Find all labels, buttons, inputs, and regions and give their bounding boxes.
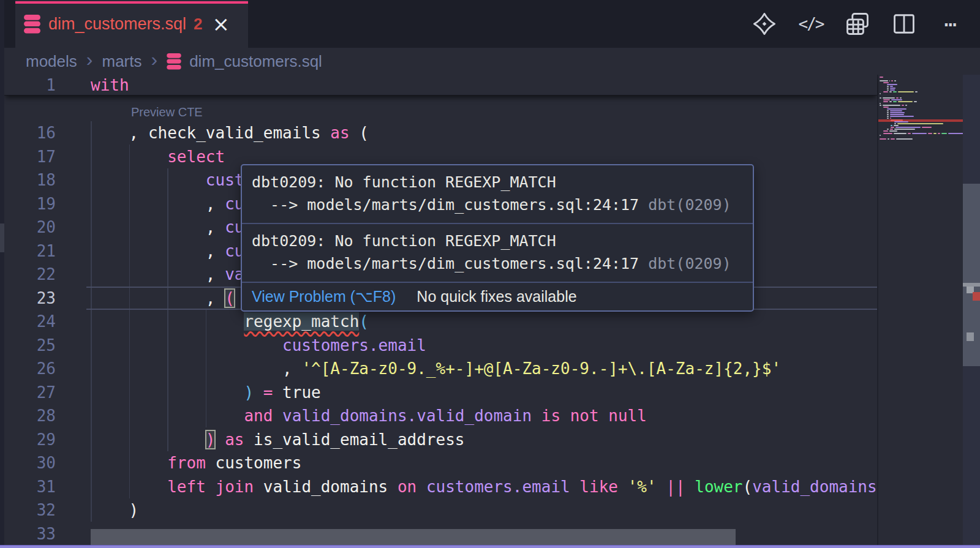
chevron-right-icon: › xyxy=(149,51,159,71)
code-line[interactable]: 16, check_valid_emails as ( xyxy=(4,121,877,145)
minimap-line xyxy=(883,97,895,99)
minimap-line xyxy=(889,80,891,81)
minimap-line xyxy=(894,125,899,126)
line-number[interactable]: 24 xyxy=(4,310,56,334)
minimap-line xyxy=(898,91,914,92)
problem-entry: dbt0209: No function REGEXP_MATCH --> mo… xyxy=(242,223,753,282)
minimap-line xyxy=(887,110,889,111)
codelens-preview-cte[interactable]: Preview CTE xyxy=(4,96,877,121)
problem-message: dbt0209: No function REGEXP_MATCH xyxy=(252,230,743,252)
minimap-line xyxy=(890,89,895,91)
background-scrollbar-thumb[interactable] xyxy=(0,223,4,252)
minimap-line xyxy=(888,138,889,140)
minimap-line xyxy=(887,108,907,110)
minimap-line xyxy=(922,127,932,128)
minimap-line xyxy=(897,123,943,124)
code-line[interactable]: 31left join valid_domains on customers.e… xyxy=(4,475,877,499)
minimap-line xyxy=(887,112,889,113)
minimap-line xyxy=(889,91,892,92)
code-lines: Preview CTE 16, check_valid_emails as (1… xyxy=(4,96,877,548)
split-editor-icon[interactable] xyxy=(892,12,916,36)
minimap-line xyxy=(912,133,927,134)
minimap-line xyxy=(902,105,905,106)
minimap-line xyxy=(938,133,941,134)
minimap-line xyxy=(880,77,883,78)
line-number[interactable]: 25 xyxy=(4,334,56,358)
query-results-icon[interactable] xyxy=(845,12,870,36)
breadcrumb-item-models[interactable]: models xyxy=(26,52,77,71)
vscode-editor-window: dim_customers.sql 2 × </> xyxy=(0,0,980,548)
line-number[interactable]: 33 xyxy=(4,522,56,546)
line-number[interactable]: 19 xyxy=(4,192,56,216)
minimap-line xyxy=(887,88,889,89)
dbt-logo-icon[interactable] xyxy=(752,12,777,36)
minimap-line xyxy=(880,80,888,81)
line-number[interactable]: 27 xyxy=(4,381,56,405)
ruler-highlight-marker xyxy=(967,332,974,341)
code-line[interactable]: 29) as is_valid_email_address xyxy=(4,428,877,452)
line-number[interactable]: 18 xyxy=(4,168,56,192)
tab-bar: dim_customers.sql 2 × </> xyxy=(4,0,980,48)
more-actions-icon[interactable]: ⋯ xyxy=(938,12,963,36)
tab-problems-badge: 2 xyxy=(194,15,202,34)
overview-ruler[interactable] xyxy=(963,75,980,548)
minimap-line xyxy=(893,101,897,102)
code-line[interactable]: 24regexp_match( xyxy=(4,310,877,334)
line-number[interactable]: 30 xyxy=(4,451,56,475)
minimap-line xyxy=(896,138,913,140)
code-line[interactable]: 25customers.email xyxy=(4,334,877,358)
breadcrumb-item-marts[interactable]: marts xyxy=(102,52,141,71)
line-number[interactable]: 17 xyxy=(4,145,56,169)
code-icon[interactable]: </> xyxy=(799,12,823,36)
close-icon[interactable]: × xyxy=(213,15,230,33)
minimap-line xyxy=(887,84,897,85)
problem-message: dbt0209: No function REGEXP_MATCH xyxy=(252,171,743,193)
line-number[interactable]: 16 xyxy=(4,121,56,145)
minimap-line xyxy=(890,114,904,115)
minimap-line xyxy=(883,130,888,132)
breadcrumb: models › marts › dim_customers.sql xyxy=(4,48,980,75)
minimap-line xyxy=(887,116,889,117)
line-number: 1 xyxy=(4,75,56,95)
minimap-line xyxy=(915,91,918,92)
line-number[interactable]: 22 xyxy=(4,263,56,287)
minimap-line xyxy=(891,80,893,81)
minimap-line xyxy=(900,97,902,99)
minimap-line xyxy=(890,129,893,130)
minimap-line xyxy=(887,86,889,87)
minimap-line xyxy=(891,125,892,126)
code-line[interactable]: 27) = true xyxy=(4,381,877,405)
line-number[interactable]: 31 xyxy=(4,475,56,499)
problem-source: dbt(0209) xyxy=(648,255,731,272)
minimap-line xyxy=(941,133,947,134)
editor-actions: </> ⋯ xyxy=(752,0,963,48)
sticky-scroll-line[interactable]: 1 with xyxy=(4,75,877,96)
line-number[interactable]: 29 xyxy=(4,428,56,452)
line-number[interactable]: 32 xyxy=(4,498,56,522)
code-line[interactable]: 26, '^[A-Za-z0-9._%+-]+@[A-Za-z0-9.-]+\.… xyxy=(4,357,877,381)
line-number[interactable]: 23 xyxy=(4,287,56,310)
minimap-line xyxy=(890,86,893,87)
breadcrumb-item-file[interactable]: dim_customers.sql xyxy=(189,52,322,71)
tooltip-actions: View Problem (⌥F8) No quick fixes availa… xyxy=(242,282,753,310)
minimap-line xyxy=(891,99,902,100)
minimap-line xyxy=(928,133,933,134)
code-line[interactable]: 30from customers xyxy=(4,451,877,475)
minimap-line xyxy=(880,97,881,99)
minimap[interactable] xyxy=(877,75,963,548)
line-number[interactable]: 26 xyxy=(4,357,56,381)
minimap-line xyxy=(889,101,892,102)
horizontal-scrollbar-thumb[interactable] xyxy=(91,529,736,545)
code-line[interactable]: 32) xyxy=(4,498,877,522)
minimap-line xyxy=(890,110,902,111)
code-line[interactable]: 28and valid_domains.valid_domain is not … xyxy=(4,404,877,428)
view-problem-link[interactable]: View Problem (⌥F8) xyxy=(252,288,396,306)
sticky-code-text: with xyxy=(91,76,129,94)
chevron-right-icon: › xyxy=(85,51,94,71)
line-number[interactable]: 21 xyxy=(4,239,56,263)
minimap-line xyxy=(894,129,916,130)
line-number[interactable]: 20 xyxy=(4,216,56,239)
window-left-edge xyxy=(0,0,4,548)
tab-dim-customers-sql[interactable]: dim_customers.sql 2 × xyxy=(15,0,248,48)
line-number[interactable]: 28 xyxy=(4,404,56,428)
